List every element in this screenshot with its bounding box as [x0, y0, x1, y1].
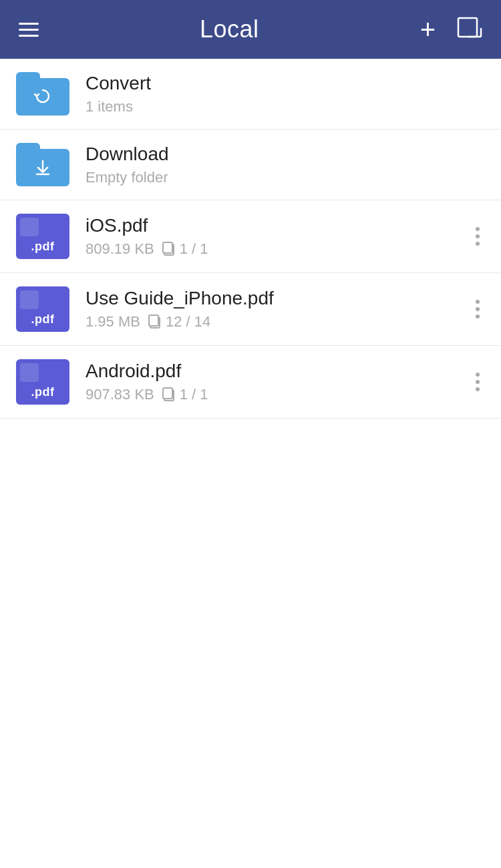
file-meta: 907.83 KB 1 / 1 — [86, 386, 470, 403]
svg-rect-8 — [149, 315, 158, 326]
file-meta: 1.95 MB 12 / 14 — [86, 313, 470, 331]
pdf-label: .pdf — [31, 240, 55, 254]
file-meta: 809.19 KB 1 / 1 — [86, 240, 470, 258]
list-item[interactable]: .pdf iOS.pdf 809.19 KB 1 / 1 — [0, 200, 501, 273]
file-meta: Empty folder — [86, 169, 485, 186]
file-name: Use Guide_iPhone.pdf — [86, 288, 470, 309]
pages-info: 1 / 1 — [162, 386, 208, 403]
file-name: Download — [86, 144, 485, 165]
list-item[interactable]: .pdf Use Guide_iPhone.pdf 1.95 MB 12 / 1… — [0, 273, 501, 346]
svg-rect-10 — [163, 388, 172, 399]
more-options-button[interactable] — [470, 220, 485, 252]
pdf-icon: .pdf — [16, 286, 69, 332]
file-info: Android.pdf 907.83 KB 1 / 1 — [86, 361, 470, 403]
pdf-icon: .pdf — [16, 359, 69, 405]
file-list: Convert 1 items Download Em — [0, 59, 501, 419]
menu-icon[interactable] — [19, 23, 39, 37]
pdf-label: .pdf — [31, 385, 55, 399]
more-options-button[interactable] — [470, 366, 485, 398]
pdf-label: .pdf — [31, 312, 55, 327]
svg-rect-6 — [163, 242, 172, 253]
file-meta: 1 items — [86, 98, 485, 116]
file-info: Download Empty folder — [86, 144, 485, 186]
pages-info: 1 / 1 — [162, 240, 208, 258]
file-name: Convert — [86, 73, 485, 94]
pdf-icon: .pdf — [16, 214, 69, 259]
file-name: Android.pdf — [86, 361, 470, 382]
file-info: iOS.pdf 809.19 KB 1 / 1 — [86, 215, 470, 258]
pages-icon — [162, 242, 176, 256]
app-header: Local + — [0, 0, 501, 59]
pages-icon — [148, 314, 162, 329]
folder-icon — [16, 72, 69, 116]
file-info: Use Guide_iPhone.pdf 1.95 MB 12 / 14 — [86, 288, 470, 331]
file-name: iOS.pdf — [86, 215, 470, 236]
list-item[interactable]: Convert 1 items — [0, 59, 501, 130]
add-button[interactable]: + — [420, 16, 436, 43]
header-actions: + — [420, 16, 482, 43]
more-options-button[interactable] — [470, 293, 485, 325]
pages-icon — [162, 387, 176, 402]
list-item[interactable]: .pdf Android.pdf 907.83 KB 1 / 1 — [0, 346, 501, 419]
edit-button[interactable] — [457, 17, 482, 42]
page-title: Local — [200, 15, 259, 43]
list-item[interactable]: Download Empty folder — [0, 130, 501, 200]
file-info: Convert 1 items — [86, 73, 485, 116]
folder-icon — [16, 143, 69, 186]
pages-info: 12 / 14 — [148, 313, 210, 331]
svg-rect-0 — [458, 18, 477, 37]
